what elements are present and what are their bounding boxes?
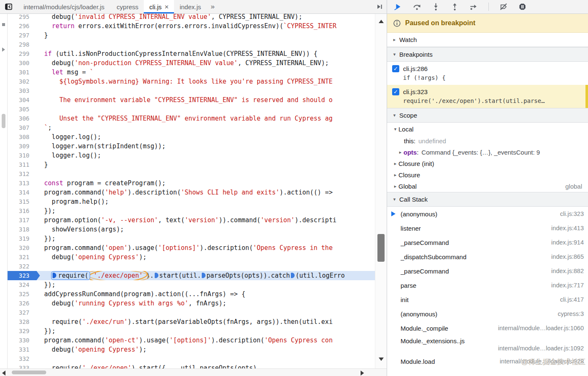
scope-variable[interactable]: this:undefined xyxy=(387,135,588,147)
code-text[interactable] xyxy=(37,40,375,49)
line-number[interactable]: 309 xyxy=(8,142,37,151)
line-number[interactable]: 302 xyxy=(8,77,37,86)
chevron-right-icon[interactable] xyxy=(392,172,398,178)
callstack-frame[interactable]: listenerindex.js:413 xyxy=(387,221,588,235)
breakpoint-checkbox[interactable] xyxy=(392,65,399,72)
code-text[interactable]: }); xyxy=(37,280,375,289)
line-number[interactable]: 297 xyxy=(8,31,37,40)
line-number[interactable]: 321 xyxy=(8,252,37,262)
scope-group[interactable]: Closure (init) xyxy=(387,158,588,169)
vertical-scrollbar-thumb[interactable] xyxy=(377,234,385,262)
code-text[interactable]: debug('invalid CYPRESS_INTERNAL_ENV valu… xyxy=(37,14,375,21)
chevron-right-icon[interactable] xyxy=(392,184,398,189)
line-number[interactable]: 317 xyxy=(8,216,37,225)
line-number[interactable]: 301 xyxy=(8,68,37,77)
line-number[interactable]: 295 xyxy=(8,14,37,21)
line-number[interactable]: 315 xyxy=(8,197,37,206)
line-number[interactable]: 305 xyxy=(8,105,37,114)
callstack-frame[interactable]: _parseCommandindex.js:914 xyxy=(387,235,588,250)
line-number[interactable]: 310 xyxy=(8,151,37,160)
code-text[interactable]: require('./exec/open').start({ ...util.p… xyxy=(37,363,375,368)
line-number[interactable]: 329 xyxy=(8,326,37,336)
callstack-frame[interactable]: (anonymous)cli.js:323 xyxy=(387,207,588,221)
line-number[interactable]: 326 xyxy=(8,299,37,308)
code-text[interactable]: debug('non-production CYPRESS_INTERNAL_E… xyxy=(37,58,375,68)
callstack-frame[interactable]: Module._extensions..jsinternal/module…lo… xyxy=(387,335,588,354)
line-number[interactable]: 313 xyxy=(8,179,37,188)
callstack-frame[interactable]: _parseCommandindex.js:882 xyxy=(387,264,588,278)
code-text[interactable]: program.option('-v, --version', text('ve… xyxy=(37,216,375,225)
more-tabs-icon[interactable]: » xyxy=(206,3,219,11)
line-number[interactable]: 318 xyxy=(8,225,37,234)
code-text[interactable]: program.help(); xyxy=(37,197,375,206)
code-text[interactable]: }); xyxy=(37,326,375,336)
step-over-icon[interactable] xyxy=(413,3,421,11)
deactivate-breakpoints-icon[interactable] xyxy=(499,3,508,11)
line-number[interactable]: 327 xyxy=(8,308,37,317)
code-text[interactable]: require('./exec/open').start(util.parseO… xyxy=(37,271,375,280)
line-number[interactable]: 328 xyxy=(8,317,37,326)
line-number[interactable]: 323 xyxy=(8,271,37,280)
section-callstack[interactable]: Call Stack xyxy=(387,192,588,207)
editor-horizontal-scrollbar[interactable] xyxy=(0,368,387,376)
line-number[interactable]: 331 xyxy=(8,345,37,354)
tab-cypress[interactable]: cypress xyxy=(111,0,144,13)
breakpoint-entry[interactable]: cli.js:286if (!args) { xyxy=(387,62,588,85)
code-text[interactable]: Unset the "CYPRESS_INTERNAL_ENV" environ… xyxy=(37,114,375,123)
code-text[interactable]: return errors.exitWithError(errors.error… xyxy=(37,21,375,31)
section-watch[interactable]: Watch xyxy=(387,33,588,47)
tab-cli.js[interactable]: cli.js× xyxy=(144,0,174,13)
line-number[interactable]: 303 xyxy=(8,86,37,95)
scope-group[interactable]: Globalglobal xyxy=(387,181,588,192)
line-number[interactable]: 311 xyxy=(8,160,37,169)
callstack-frame[interactable]: Module._compileinternal/module…loader.js… xyxy=(387,321,588,335)
code-text[interactable]: if (util.isNonProductionCypressInternalE… xyxy=(37,49,375,58)
code-text[interactable]: program.command('open-ct').usage('[optio… xyxy=(37,336,375,345)
inline-step-marker-icon[interactable] xyxy=(290,272,295,279)
line-number[interactable]: 324 xyxy=(8,280,37,289)
code-text[interactable]: showVersions(args); xyxy=(37,225,375,234)
chevron-right-icon[interactable] xyxy=(397,150,403,155)
code-text[interactable]: debug('opening Cypress'); xyxy=(37,345,375,354)
panel-toggle-icon[interactable] xyxy=(376,3,383,11)
line-number[interactable]: 322 xyxy=(8,262,37,271)
tab-index.js[interactable]: index.js xyxy=(174,0,206,13)
line-number[interactable]: 312 xyxy=(8,169,37,179)
scroll-right-icon[interactable] xyxy=(361,371,364,376)
breakpoint-checkbox[interactable] xyxy=(392,88,399,95)
inline-step-marker-icon[interactable] xyxy=(201,272,206,279)
line-number[interactable]: 300 xyxy=(8,58,37,68)
line-number[interactable]: 308 xyxy=(8,132,37,142)
code-text[interactable] xyxy=(37,169,375,179)
scope-group[interactable]: Closure xyxy=(387,169,588,181)
code-text[interactable] xyxy=(37,354,375,363)
line-number[interactable]: 316 xyxy=(8,206,37,216)
code-editor[interactable]: 295 debug('invalid CYPRESS_INTERNAL_ENV … xyxy=(8,14,375,368)
line-number[interactable]: 306 xyxy=(8,114,37,123)
callstack-frame[interactable]: _dispatchSubcommandindex.js:865 xyxy=(387,250,588,264)
line-number[interactable]: 325 xyxy=(8,289,37,299)
step-out-icon[interactable] xyxy=(451,3,459,11)
resume-icon[interactable] xyxy=(394,3,402,11)
navigator-toggle-icon[interactable] xyxy=(0,3,17,11)
chevron-right-icon[interactable] xyxy=(392,161,398,166)
code-text[interactable]: program.command('open').usage('[options]… xyxy=(37,243,375,252)
code-text[interactable]: addCypressRunCommand(program).action((..… xyxy=(37,289,375,299)
code-text[interactable]: } xyxy=(37,31,375,40)
tab-close-icon[interactable]: × xyxy=(164,3,169,11)
line-number[interactable]: 330 xyxy=(8,336,37,345)
code-text[interactable]: }); xyxy=(37,206,375,216)
line-number[interactable]: 314 xyxy=(8,188,37,197)
code-text[interactable] xyxy=(37,262,375,271)
line-number[interactable]: 299 xyxy=(8,49,37,58)
code-text[interactable]: The environment variable "CYPRESS_INTERN… xyxy=(37,95,375,105)
section-scope[interactable]: Scope xyxy=(387,108,588,123)
callstack-frame[interactable]: (anonymous)cypress:3 xyxy=(387,307,588,321)
code-text[interactable]: debug('opening Cypress'); xyxy=(37,252,375,262)
code-text[interactable]: let msg = ` xyxy=(37,68,375,77)
line-number[interactable]: 298 xyxy=(8,40,37,49)
code-text[interactable]: `; xyxy=(37,123,375,132)
scroll-up-icon[interactable] xyxy=(379,20,384,23)
line-number[interactable]: 296 xyxy=(8,21,37,31)
code-text[interactable]: } xyxy=(37,160,375,169)
